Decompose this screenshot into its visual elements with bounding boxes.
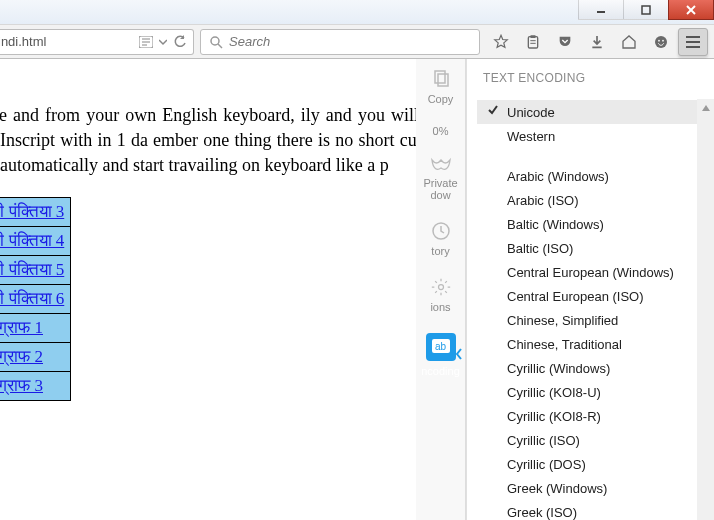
- encoding-option-label: Cyrillic (KOI8-U): [507, 385, 601, 400]
- menu-options-label: ions: [430, 301, 450, 313]
- encoding-option[interactable]: Cyrillic (KOI8-U): [477, 380, 712, 404]
- menu-copy-label: Copy: [428, 93, 454, 105]
- encoding-option-label: Cyrillic (DOS): [507, 457, 586, 472]
- lesson-link[interactable]: सभी पंक्तिया 6: [0, 289, 64, 308]
- svg-point-14: [655, 36, 667, 48]
- reader-mode-icon[interactable]: [139, 36, 153, 48]
- scroll-up-icon[interactable]: [697, 99, 714, 116]
- menu-copy[interactable]: Copy: [416, 59, 465, 115]
- svg-rect-21: [438, 74, 448, 86]
- encoding-option[interactable]: Arabic (Windows): [477, 164, 712, 188]
- dropdown-history-icon[interactable]: [159, 38, 167, 46]
- encoding-option[interactable]: Cyrillic (Windows): [477, 356, 712, 380]
- window-maximize-button[interactable]: [623, 0, 669, 20]
- browser-toolbar: indi.html: [0, 24, 714, 59]
- encoding-option-label: Cyrillic (KOI8-R): [507, 409, 601, 424]
- menu-strip: Copy 0% Private dow tory ions ab ncoding: [416, 59, 466, 520]
- encoding-option-label: Central European (ISO): [507, 289, 644, 304]
- svg-point-16: [662, 39, 664, 41]
- menu-private[interactable]: Private dow: [416, 147, 465, 211]
- url-bar[interactable]: indi.html: [0, 29, 194, 55]
- svg-point-8: [211, 37, 219, 45]
- encoding-option-label: Baltic (Windows): [507, 217, 604, 232]
- encoding-option[interactable]: Central European (Windows): [477, 260, 712, 284]
- menu-history-label: tory: [431, 245, 449, 257]
- encoding-option-label: Chinese, Traditional: [507, 337, 622, 352]
- url-text: indi.html: [0, 34, 133, 49]
- svg-rect-11: [530, 35, 535, 38]
- encoding-option[interactable]: Baltic (Windows): [477, 212, 712, 236]
- svg-rect-1: [642, 6, 650, 14]
- encoding-option-label: Arabic (ISO): [507, 193, 579, 208]
- lesson-link[interactable]: पैराग्राफ 2: [0, 347, 43, 366]
- scrollbar[interactable]: [697, 99, 714, 520]
- copy-icon: [431, 69, 451, 89]
- hello-smiley-icon[interactable]: [646, 28, 676, 56]
- encoding-list[interactable]: UnicodeWesternArabic (Windows)Arabic (IS…: [477, 99, 712, 520]
- encoding-option[interactable]: Arabic (ISO): [477, 188, 712, 212]
- search-icon: [209, 35, 223, 49]
- encoding-panel: TEXT ENCODING UnicodeWesternArabic (Wind…: [466, 59, 714, 520]
- table-cell: पैराग्राफ 2: [0, 342, 71, 371]
- encoding-option[interactable]: Cyrillic (KOI8-R): [477, 404, 712, 428]
- encoding-option-label: Unicode: [507, 105, 555, 120]
- table-cell: सभी पंक्तिया 4: [0, 226, 71, 255]
- menu-private-label: Private dow: [416, 177, 465, 201]
- lesson-table: 9सभी पंक्तिया 3ली पंक्ति10सभी पंक्तिया 4…: [0, 197, 71, 401]
- check-icon: [487, 104, 499, 119]
- svg-line-9: [218, 44, 222, 48]
- encoding-option-label: Western: [507, 129, 555, 144]
- reload-icon[interactable]: [173, 35, 187, 49]
- search-input[interactable]: [229, 34, 471, 49]
- lesson-link[interactable]: सभी पंक्तिया 4: [0, 231, 64, 250]
- encoding-option[interactable]: Chinese, Simplified: [477, 308, 712, 332]
- search-bar[interactable]: [200, 29, 480, 55]
- menu-options[interactable]: ions: [416, 267, 465, 323]
- body-paragraph: on-line and free and from your own Engli…: [0, 59, 450, 197]
- menu-encoding-label: ncoding: [421, 365, 460, 377]
- chevron-left-icon: [455, 348, 463, 362]
- downloads-icon[interactable]: [582, 28, 612, 56]
- svg-text:ab: ab: [435, 341, 447, 352]
- encoding-option[interactable]: Baltic (ISO): [477, 236, 712, 260]
- lesson-link[interactable]: सभी पंक्तिया 3: [0, 202, 64, 221]
- menu-zoom[interactable]: 0%: [416, 115, 465, 147]
- svg-point-15: [658, 39, 660, 41]
- table-cell: पैराग्राफ 3: [0, 371, 71, 400]
- table-cell: पैराग्राफ 1: [0, 313, 71, 342]
- encoding-panel-title: TEXT ENCODING: [467, 59, 714, 97]
- encoding-option-label: Arabic (Windows): [507, 169, 609, 184]
- svg-rect-10: [528, 36, 537, 47]
- menu-button[interactable]: [678, 28, 708, 56]
- clock-icon: [431, 221, 451, 241]
- clipboard-icon[interactable]: [518, 28, 548, 56]
- encoding-option[interactable]: Unicode: [477, 100, 712, 124]
- encoding-option[interactable]: Cyrillic (DOS): [477, 452, 712, 476]
- lesson-link[interactable]: पैराग्राफ 3: [0, 376, 43, 395]
- window-minimize-button[interactable]: [578, 0, 624, 20]
- encoding-option-label: Central European (Windows): [507, 265, 674, 280]
- bookmark-star-icon[interactable]: [486, 28, 516, 56]
- menu-history[interactable]: tory: [416, 211, 465, 267]
- encoding-option[interactable]: Chinese, Traditional: [477, 332, 712, 356]
- menu-zoom-label: 0%: [433, 125, 449, 137]
- home-icon[interactable]: [614, 28, 644, 56]
- table-cell: सभी पंक्तिया 3: [0, 197, 71, 226]
- pocket-icon[interactable]: [550, 28, 580, 56]
- menu-encoding[interactable]: ab ncoding: [416, 323, 465, 387]
- encoding-option[interactable]: Western: [477, 124, 712, 148]
- encoding-option-label: Baltic (ISO): [507, 241, 573, 256]
- encoding-option-label: Cyrillic (Windows): [507, 361, 610, 376]
- window-close-button[interactable]: [668, 0, 714, 20]
- encoding-option[interactable]: Central European (ISO): [477, 284, 712, 308]
- encoding-option[interactable]: Greek (ISO): [477, 500, 712, 520]
- encoding-option[interactable]: Greek (Windows): [477, 476, 712, 500]
- encoding-option[interactable]: Cyrillic (ISO): [477, 428, 712, 452]
- encoding-option-label: Greek (ISO): [507, 505, 577, 520]
- lesson-link[interactable]: पैराग्राफ 1: [0, 318, 43, 337]
- encoding-icon: ab: [426, 333, 456, 361]
- table-cell: सभी पंक्तिया 6: [0, 284, 71, 313]
- svg-point-23: [438, 285, 443, 290]
- encoding-option-label: Cyrillic (ISO): [507, 433, 580, 448]
- lesson-link[interactable]: सभी पंक्तिया 5: [0, 260, 64, 279]
